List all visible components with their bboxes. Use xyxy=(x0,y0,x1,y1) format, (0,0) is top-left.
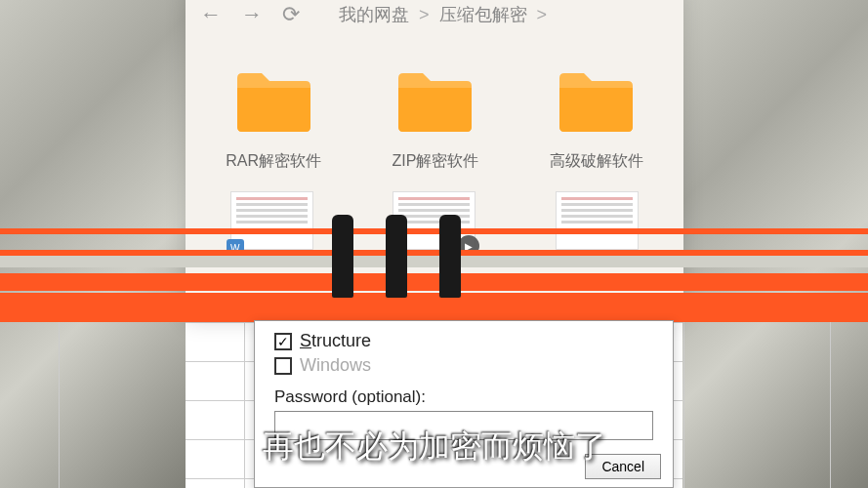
folder-rar[interactable]: RAR解密软件 xyxy=(226,68,321,172)
checkbox-checked-icon[interactable]: ✓ xyxy=(274,333,292,350)
checkbox-unchecked-icon[interactable]: ✓ xyxy=(274,357,292,375)
windows-checkbox-row[interactable]: ✓ Windows xyxy=(274,355,653,376)
folder-icon xyxy=(393,68,476,137)
folder-label: RAR解密软件 xyxy=(226,151,321,172)
breadcrumb-sep: > xyxy=(537,5,548,25)
router-antenna xyxy=(386,215,407,298)
folder-icon xyxy=(555,68,638,137)
breadcrumb-root[interactable]: 我的网盘 xyxy=(339,3,409,26)
structure-checkbox-row[interactable]: ✓ Structure xyxy=(274,331,653,351)
breadcrumb: 我的网盘 > 压缩包解密 > xyxy=(339,3,547,26)
windows-label: Windows xyxy=(300,355,371,376)
refresh-icon[interactable]: ⟳ xyxy=(282,2,300,27)
folder-label: ZIP解密软件 xyxy=(392,151,478,172)
decorative-stripe xyxy=(0,273,868,291)
folder-zip[interactable]: ZIP解密软件 xyxy=(392,68,478,172)
file-thumb-3[interactable] xyxy=(556,191,639,250)
folder-grid: RAR解密软件 ZIP解密软件 高级破解软件 xyxy=(186,39,683,182)
decorative-stripe xyxy=(0,228,868,234)
password-label: Password (optional): xyxy=(274,387,653,407)
nav-bar: ← → ⟳ 我的网盘 > 压缩包解密 > xyxy=(186,0,683,39)
file-thumb-1[interactable]: W xyxy=(230,191,313,250)
file-row: W ▶ xyxy=(186,182,683,260)
breadcrumb-sep: > xyxy=(419,5,430,25)
structure-label: Structure xyxy=(300,331,371,351)
folder-icon xyxy=(232,68,315,137)
router-antenna xyxy=(439,215,461,298)
folder-label: 高级破解软件 xyxy=(550,151,643,172)
decorative-stripe xyxy=(0,293,868,322)
breadcrumb-folder[interactable]: 压缩包解密 xyxy=(439,3,527,26)
folder-advanced[interactable]: 高级破解软件 xyxy=(550,68,643,172)
decorative-band xyxy=(0,256,868,267)
forward-icon[interactable]: → xyxy=(241,2,263,27)
video-subtitle: 再也不必为加密而烦恼了 xyxy=(263,426,606,468)
router-antenna xyxy=(332,215,353,298)
back-icon[interactable]: ← xyxy=(200,2,222,27)
